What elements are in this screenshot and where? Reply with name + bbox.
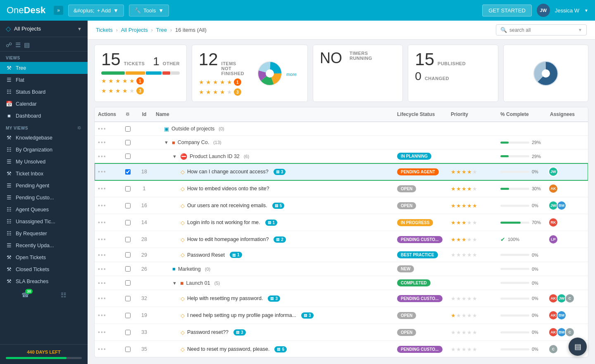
row-checkbox-cell[interactable] <box>119 163 136 180</box>
row-more-icon[interactable]: ••• <box>98 219 107 226</box>
row-actions[interactable]: ••• <box>95 307 119 324</box>
row-checkbox[interactable] <box>125 280 131 286</box>
row-checkbox[interactable] <box>125 220 131 225</box>
row-more-icon[interactable]: ••• <box>98 185 107 192</box>
sidebar-item-flat[interactable]: ☰ Flat <box>0 74 88 86</box>
row-more-icon[interactable]: ••• <box>98 202 107 209</box>
row-more-icon[interactable]: ••• <box>98 312 107 319</box>
row-more-icon[interactable]: ••• <box>98 153 107 160</box>
row-actions[interactable]: ••• <box>95 163 119 180</box>
row-checkbox[interactable] <box>125 203 131 208</box>
get-started-button[interactable]: GET STARTED <box>482 5 532 17</box>
tools-button[interactable]: 🔧 Tools ▼ <box>129 5 169 17</box>
sidebar-item-ticket-inbox[interactable]: ⚒ Ticket Inbox <box>0 168 88 180</box>
row-actions[interactable]: ••• <box>95 290 119 307</box>
row-more-icon[interactable]: ••• <box>98 168 107 175</box>
sidebar-item-recently-updated[interactable]: ☰ Recently Upda... <box>0 239 88 251</box>
row-actions[interactable]: ••• <box>95 197 119 214</box>
breadcrumb-tickets[interactable]: Tickets <box>96 27 113 33</box>
row-more-icon[interactable]: ••• <box>98 295 107 302</box>
row-actions[interactable]: ••• <box>95 231 119 248</box>
row-more-icon[interactable]: ••• <box>98 266 107 272</box>
row-checkbox-cell[interactable] <box>119 262 136 276</box>
row-checkbox-cell[interactable] <box>119 248 136 262</box>
row-checkbox-cell[interactable] <box>119 290 136 307</box>
row-checkbox-cell[interactable] <box>119 122 136 136</box>
my-views-gear-icon[interactable]: ⛭ <box>77 125 82 131</box>
sidebar-item-pending-cust[interactable]: ☰ Pending Custo... <box>0 191 88 203</box>
collapse-icon[interactable]: ▼ <box>172 154 177 159</box>
sidebar-item-closed-tickets[interactable]: ⚒ Closed Tickets <box>0 263 88 275</box>
row-actions[interactable]: ••• <box>95 341 119 358</box>
row-more-icon[interactable]: ••• <box>98 329 107 336</box>
row-checkbox-cell[interactable] <box>119 341 136 358</box>
row-checkbox-cell[interactable] <box>119 180 136 197</box>
row-checkbox[interactable] <box>125 186 131 191</box>
row-checkbox[interactable] <box>125 140 131 145</box>
row-checkbox[interactable] <box>125 313 131 318</box>
row-more-icon[interactable]: ••• <box>98 280 107 286</box>
row-actions[interactable]: ••• <box>95 180 119 197</box>
row-actions[interactable]: ••• <box>95 324 119 341</box>
row-actions[interactable]: ••• <box>95 276 119 290</box>
row-checkbox[interactable] <box>125 169 131 175</box>
row-actions[interactable]: ••• <box>95 262 119 276</box>
row-checkbox[interactable] <box>125 347 131 352</box>
row-more-icon[interactable]: ••• <box>98 125 107 132</box>
breadcrumb-all-projects[interactable]: All Projects <box>121 27 148 33</box>
collapse-icon[interactable]: ▼ <box>164 140 169 145</box>
add-button[interactable]: &#oplus; + Add ▼ <box>68 5 124 17</box>
row-checkbox-cell[interactable] <box>119 214 136 231</box>
chat-widget-button[interactable]: ▤ <box>569 338 587 356</box>
row-more-icon[interactable]: ••• <box>98 139 107 146</box>
row-checkbox-cell[interactable] <box>119 136 136 149</box>
row-checkbox-cell[interactable] <box>119 307 136 324</box>
row-checkbox-cell[interactable] <box>119 197 136 214</box>
sidebar-item-my-unsolved[interactable]: ☰ My Unsolved <box>0 156 88 168</box>
sidebar-item-sla-breaches[interactable]: ⚒ SLA Breaches <box>0 275 88 287</box>
row-checkbox[interactable] <box>125 252 131 258</box>
nav-list-icon[interactable]: ☰ <box>15 41 21 49</box>
sidebar-item-dashboard[interactable]: ■ Dashboard <box>0 110 88 122</box>
collapse-icon[interactable]: ▼ <box>172 281 177 286</box>
sidebar-item-tree[interactable]: ⚒ Tree <box>0 62 88 74</box>
row-checkbox[interactable] <box>125 154 131 159</box>
row-checkbox-cell[interactable] <box>119 231 136 248</box>
row-checkbox-cell[interactable] <box>119 324 136 341</box>
collapse-sidebar-button[interactable]: » <box>54 6 63 15</box>
grid-nav-icon[interactable]: ☷ <box>61 291 66 299</box>
chat-nav-icon[interactable]: ☎ 38 <box>21 291 29 299</box>
search-dropdown-icon[interactable]: ▼ <box>578 28 582 32</box>
sidebar-item-calendar[interactable]: 📅 Calendar <box>0 98 88 110</box>
row-checkbox[interactable] <box>125 237 131 242</box>
row-checkbox[interactable] <box>125 126 131 132</box>
nav-chat-icon[interactable]: ▤ <box>24 41 30 49</box>
row-checkbox-cell[interactable] <box>119 276 136 290</box>
row-checkbox[interactable] <box>125 266 131 272</box>
sidebar-item-open-tickets[interactable]: ⚒ Open Tickets <box>0 251 88 263</box>
sidebar-item-knowledgebase[interactable]: ⚒ Knowledgebase <box>0 132 88 144</box>
sidebar-item-pending-agent[interactable]: ☰ Pending Agent <box>0 180 88 191</box>
search-box[interactable]: 🔍 ▼ <box>496 24 587 35</box>
th-gear[interactable]: ⛭ <box>119 107 136 122</box>
row-checkbox[interactable] <box>125 296 131 301</box>
project-selector[interactable]: ◇ All Projects ▼ <box>0 21 88 37</box>
row-actions[interactable]: ••• <box>95 248 119 262</box>
sidebar-item-unassigned[interactable]: ☷ Unassigned Tic... <box>0 215 88 227</box>
sidebar-item-status-board[interactable]: ☷ Status Board <box>0 86 88 98</box>
more-link[interactable]: more <box>286 72 297 77</box>
row-checkbox[interactable] <box>125 330 131 335</box>
breadcrumb-tree[interactable]: Tree <box>156 27 167 33</box>
row-actions[interactable]: ••• <box>95 122 119 136</box>
user-menu-chevron-icon[interactable]: ▼ <box>584 8 588 13</box>
row-actions[interactable]: ••• <box>95 214 119 231</box>
row-checkbox-cell[interactable] <box>119 149 136 163</box>
row-more-icon[interactable]: ••• <box>98 252 107 258</box>
nav-tickets-icon[interactable]: ☍ <box>6 41 12 49</box>
sidebar-item-by-organization[interactable]: ☷ By Organization <box>0 144 88 156</box>
search-input[interactable] <box>509 27 576 33</box>
row-actions[interactable]: ••• <box>95 149 119 163</box>
sidebar-item-agent-queues[interactable]: ☷ Agent Queues <box>0 203 88 215</box>
table-row-selected[interactable]: ••• 18 ◇ How can I change account access… <box>95 163 588 180</box>
row-actions[interactable]: ••• <box>95 136 119 149</box>
